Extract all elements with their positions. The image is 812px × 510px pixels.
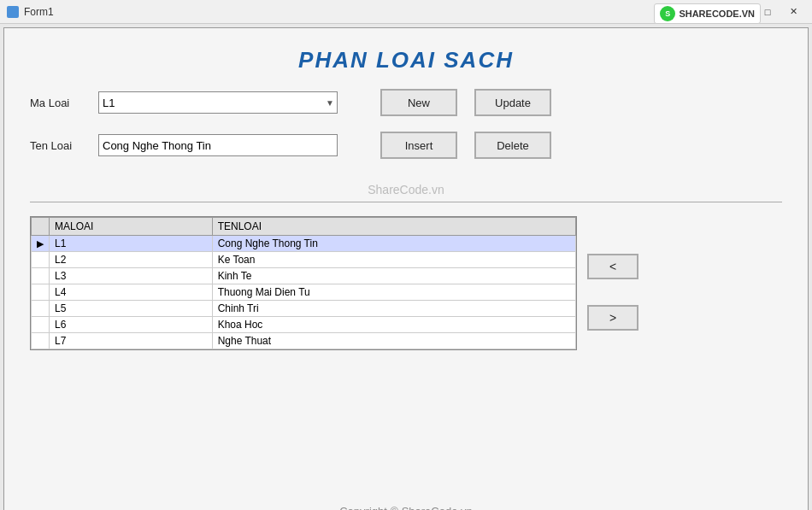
- row-indicator: [32, 301, 50, 317]
- cell-maloai: L5: [50, 301, 213, 317]
- row-indicator: [32, 284, 50, 301]
- logo-icon-text: S: [665, 9, 670, 18]
- cell-maloai: L7: [50, 333, 213, 349]
- delete-button[interactable]: Delete: [474, 132, 551, 159]
- data-table-container: MALOAI TENLOAI ▶L1Cong Nghe Thong TinL2K…: [30, 216, 577, 350]
- data-table: MALOAI TENLOAI ▶L1Cong Nghe Thong TinL2K…: [31, 217, 576, 349]
- cell-maloai: L6: [50, 317, 213, 333]
- tenloai-col-header: TENLOAI: [212, 218, 575, 236]
- cell-tenloai: Khoa Hoc: [212, 317, 575, 333]
- top-buttons: New Update: [380, 89, 551, 116]
- ten-loai-input[interactable]: [98, 134, 338, 156]
- app-icon: [7, 6, 19, 18]
- cell-maloai: L3: [50, 268, 213, 284]
- ma-loai-label: Ma Loai: [30, 97, 98, 109]
- titlebar-title: Form1: [24, 6, 54, 18]
- titlebar-left: Form1: [7, 6, 54, 18]
- logo-text: SHARECODE.VN: [679, 9, 755, 19]
- cell-tenloai: Cong Nghe Thong Tin: [212, 236, 575, 252]
- next-button[interactable]: >: [587, 305, 638, 331]
- update-button[interactable]: Update: [474, 89, 551, 116]
- row-indicator: [32, 333, 50, 349]
- table-row[interactable]: L4Thuong Mai Dien Tu: [32, 284, 576, 301]
- cell-tenloai: Nghe Thuat: [212, 333, 575, 349]
- cell-maloai: L4: [50, 284, 213, 301]
- cell-tenloai: Ke Toan: [212, 252, 575, 268]
- page-title: PHAN LOAI SACH: [4, 28, 808, 89]
- footer: Copyright © ShareCode.vn: [4, 505, 808, 510]
- table-area: MALOAI TENLOAI ▶L1Cong Nghe Thong TinL2K…: [4, 216, 808, 350]
- row-indicator: ▶: [32, 236, 50, 252]
- row-indicator: [32, 317, 50, 333]
- form-row-tenloai: Ten Loai Insert Delete: [30, 132, 782, 159]
- logo-badge: S SHARECODE.VN: [654, 3, 761, 24]
- row-indicator: [32, 268, 50, 284]
- prev-button[interactable]: <: [587, 254, 638, 279]
- table-row[interactable]: L7Nghe Thuat: [32, 333, 576, 349]
- table-row[interactable]: L5Chinh Tri: [32, 301, 576, 317]
- cell-maloai: L1: [50, 236, 213, 252]
- table-row[interactable]: L3Kinh Te: [32, 268, 576, 284]
- maloai-col-header: MALOAI: [50, 218, 213, 236]
- row-indicator: [32, 252, 50, 268]
- ten-loai-label: Ten Loai: [30, 139, 98, 152]
- cell-tenloai: Chinh Tri: [212, 301, 575, 317]
- table-row[interactable]: L2Ke Toan: [32, 252, 576, 268]
- new-button[interactable]: New: [380, 89, 457, 116]
- bottom-buttons: Insert Delete: [380, 132, 551, 159]
- indicator-col-header: [32, 218, 50, 236]
- cell-tenloai: Thuong Mai Dien Tu: [212, 284, 575, 301]
- titlebar: Form1 S SHARECODE.VN — □ ✕: [0, 0, 812, 24]
- ma-loai-select[interactable]: L1 L2 L3 L4 L5 L6 L7: [98, 91, 338, 114]
- table-row[interactable]: ▶L1Cong Nghe Thong Tin: [32, 236, 576, 252]
- close-button[interactable]: ✕: [781, 3, 805, 21]
- table-row[interactable]: L6Khoa Hoc: [32, 317, 576, 333]
- nav-buttons: < >: [587, 216, 638, 350]
- divider-area: ShareCode.vn: [4, 174, 808, 216]
- divider-line: [30, 202, 782, 202]
- titlebar-controls: S SHARECODE.VN — □ ✕: [730, 3, 805, 21]
- logo-icon: S: [660, 6, 675, 21]
- cell-maloai: L2: [50, 252, 213, 268]
- footer-text: Copyright © ShareCode.vn: [339, 505, 473, 510]
- form-area: Ma Loai L1 L2 L3 L4 L5 L6 L7 ▼ New Updat…: [4, 89, 808, 159]
- insert-button[interactable]: Insert: [380, 132, 457, 159]
- table-header: MALOAI TENLOAI: [32, 218, 576, 236]
- table-body: ▶L1Cong Nghe Thong TinL2Ke ToanL3Kinh Te…: [32, 236, 576, 349]
- cell-tenloai: Kinh Te: [212, 268, 575, 284]
- ma-loai-combo-wrapper: L1 L2 L3 L4 L5 L6 L7 ▼: [98, 91, 338, 114]
- main-window: PHAN LOAI SACH Ma Loai L1 L2 L3 L4 L5 L6…: [3, 27, 809, 510]
- form-row-maloai: Ma Loai L1 L2 L3 L4 L5 L6 L7 ▼ New Updat…: [30, 89, 782, 116]
- watermark-text: ShareCode.vn: [30, 183, 782, 196]
